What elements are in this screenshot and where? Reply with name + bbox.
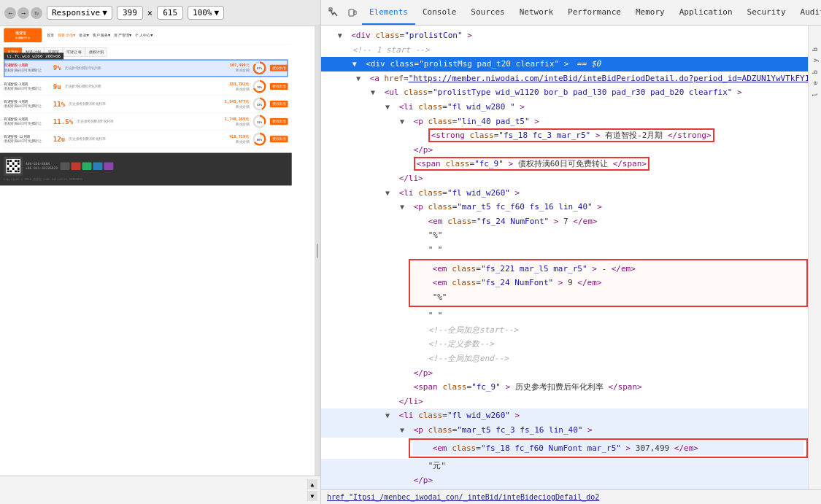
list-item-3[interactable]: 有道智投-4月期债权持满60日可免费转让 11% 历史参考扣费后年化利率 1,5… bbox=[4, 96, 288, 113]
dom-line-li280[interactable]: ▼ <li class="fl wid_w280 " > bbox=[321, 100, 808, 115]
width-input[interactable]: 399 bbox=[117, 6, 143, 20]
scroll-down-btn[interactable]: ▼ bbox=[307, 491, 317, 501]
dom-line-close-li2[interactable]: </li> bbox=[321, 395, 808, 409]
tab-network[interactable]: Network bbox=[512, 0, 560, 25]
tab-application[interactable]: Application bbox=[672, 0, 740, 25]
right-label-b[interactable]: b bbox=[812, 47, 819, 51]
triangle-span1-icon[interactable]: ▶ bbox=[400, 158, 409, 170]
dom-line-close-p3[interactable]: </p> bbox=[321, 473, 808, 488]
invest-btn-5[interactable]: 授权出借 bbox=[270, 136, 288, 142]
tab-memory[interactable]: Memory bbox=[628, 0, 672, 25]
dom-line-percent1[interactable]: "%" bbox=[321, 228, 808, 243]
dom-line-em307499[interactable]: ▶ <em class="fs_18 fc_f60 NumFont mar_r5… bbox=[413, 441, 803, 456]
list-item-4[interactable]: 有道智投-6月期债权持满60日可免费转让 11.5% 历史参考扣费后年化利率 1… bbox=[4, 113, 288, 131]
dom-line-anchor[interactable]: ▼ <a href="https://member.niwodai.com/in… bbox=[321, 71, 808, 86]
nav-profile[interactable]: 个人中心▼ bbox=[135, 33, 153, 38]
resize-handle[interactable] bbox=[315, 26, 320, 476]
list-item-5[interactable]: 有道智投-12月期债权持满60日可免费转让 12u 历史参考扣费后年化利率 41… bbox=[4, 131, 288, 148]
devtools-tabs-bar: Elements Console Sources Network Perform… bbox=[321, 0, 821, 26]
tab-transfer[interactable]: 可转让标 bbox=[63, 47, 85, 56]
dom-line-yuan[interactable]: "元" bbox=[321, 459, 808, 473]
list-item-1[interactable]: 有道智投-2月期债权持满60日可免费转让 9% 历史参考扣费后年化利率 307,… bbox=[4, 60, 288, 77]
dom-line-space2[interactable]: " " bbox=[321, 309, 808, 323]
dom-line-space1[interactable]: " " bbox=[321, 243, 808, 257]
triangle-em7-icon[interactable]: ▶ bbox=[415, 216, 423, 228]
nav-assets[interactable]: 资产管理▼ bbox=[114, 33, 131, 38]
list-item-2[interactable]: 有道智投-3月期债权持满60日可免费转让 9u 历史参考扣费后年化利率 333,… bbox=[4, 78, 288, 96]
triangle-li280-icon[interactable]: ▼ bbox=[385, 101, 394, 113]
zoom-selector[interactable]: 100% ▼ bbox=[188, 6, 224, 20]
triangle-li260-icon[interactable]: ▼ bbox=[385, 187, 394, 199]
nav-home[interactable]: 首页 bbox=[47, 33, 54, 38]
tab-security[interactable]: Security bbox=[740, 0, 793, 25]
refresh-icon[interactable]: ↻ bbox=[31, 7, 42, 19]
invest-btn-1[interactable]: 授权出借 bbox=[270, 65, 288, 71]
tab-sources[interactable]: Sources bbox=[463, 0, 512, 25]
forward-icon[interactable]: → bbox=[18, 7, 29, 19]
triangle-icon[interactable]: ▼ bbox=[338, 30, 347, 42]
dom-line-close-li1[interactable]: </li> bbox=[321, 171, 808, 186]
triangle-anchor-icon[interactable]: ▼ bbox=[356, 73, 365, 85]
triangle-span-history-icon[interactable]: ▶ bbox=[400, 381, 409, 393]
tab-performance[interactable]: Performance bbox=[560, 0, 628, 25]
dom-line-comment-global-end[interactable]: <!--全局加息end--> bbox=[321, 352, 808, 366]
dom-line-ul[interactable]: ▼ <ul class="prolistType wid_w1120 bor_b… bbox=[321, 85, 808, 100]
dom-line-li260-1[interactable]: ▼ <li class="fl wid_w260" > bbox=[321, 186, 808, 201]
triangle-p-fc3-icon[interactable]: ▼ bbox=[400, 424, 409, 436]
inspect-icon[interactable] bbox=[324, 7, 343, 18]
dom-line-strong[interactable]: ▶ <strong class="fs_18 fc_3 mar_r5" > 有道… bbox=[321, 128, 808, 143]
dom-line-li260-2[interactable]: ▼ <li class="fl wid_w260" > bbox=[321, 408, 808, 423]
invest-btn-4[interactable]: 授权出借 bbox=[270, 118, 288, 125]
dom-line-em-dash[interactable]: ▶ <em class="fs_221 mar_l5 mar_r5" > - <… bbox=[413, 262, 803, 276]
triangle-em307-icon[interactable]: ▶ bbox=[419, 443, 428, 454]
href-link[interactable]: "https://member.niwodai.com/inteBid/inte… bbox=[409, 74, 808, 83]
dom-line-em7[interactable]: ▶ <em class="fs_24 NumFont" > 7 </em> bbox=[321, 214, 808, 229]
dom-line-span-fc9-1[interactable]: ▶ <span class="fc_9" > 债权持满60日可免费转让 </sp… bbox=[321, 157, 808, 171]
right-label-e[interactable]: e bbox=[812, 81, 819, 85]
triangle-li260-2-icon[interactable]: ▼ bbox=[385, 410, 394, 422]
responsive-selector[interactable]: Responsive ▼ bbox=[47, 6, 112, 20]
nav-lend[interactable]: 我要出借▼ bbox=[58, 33, 75, 38]
dom-line-prolistmsg[interactable]: ▼ <div class="prolistMsg pad_t20 clearfi… bbox=[321, 57, 808, 71]
triangle-p-icon[interactable]: ▼ bbox=[400, 116, 409, 128]
item-rate-desc-1: 历史参考扣费后年化利率 bbox=[63, 66, 228, 71]
em-307499-highlight-box: ▶ <em class="fs_18 fc_f60 NumFont mar_r5… bbox=[409, 438, 808, 459]
triangle-em-dash-icon[interactable]: ▶ bbox=[419, 263, 428, 275]
nav-borrow[interactable]: 借款▼ bbox=[79, 33, 89, 38]
dom-line-comment1[interactable]: <!-- 1 start --> bbox=[321, 43, 808, 58]
dom-line-close-p2[interactable]: </p> bbox=[321, 366, 808, 381]
dom-line-p-lin40[interactable]: ▼ <p class="lin_40 pad_t5" > bbox=[321, 115, 808, 129]
device-toggle-icon[interactable] bbox=[343, 7, 362, 18]
dom-line-percent2[interactable]: "%" bbox=[413, 290, 803, 305]
invest-btn-2[interactable]: 授权出借 bbox=[270, 83, 288, 90]
item-rate-desc-2: 历史参考扣费后年化利率 bbox=[63, 84, 227, 89]
back-icon[interactable]: ← bbox=[4, 7, 16, 19]
invest-btn-3[interactable]: 授权出借 bbox=[270, 101, 288, 107]
triangle-ul-icon[interactable]: ▼ bbox=[371, 87, 379, 98]
dom-line-em9[interactable]: ▶ <em class="fs_24 NumFont" > 9 </em> bbox=[413, 276, 803, 290]
tab-audits[interactable]: Audits bbox=[793, 0, 821, 25]
dom-line-span-history[interactable]: ▶ <span class="fc_9" > 历史参考扣费后年化利率 </spa… bbox=[321, 380, 808, 395]
tab-debt[interactable]: 债权计划 bbox=[85, 47, 107, 56]
dom-line-p-fc3[interactable]: ▼ <p class="mar_t5 fc_3 fs_16 lin_40" > bbox=[321, 423, 808, 438]
strong-highlight: <strong class="fs_18 fc_3 mar_r5" > 有道智投… bbox=[428, 128, 714, 142]
tab-elements[interactable]: Elements bbox=[362, 0, 415, 25]
dom-tree[interactable]: ▼ <div class="prolistCon" > <!-- 1 start… bbox=[321, 26, 808, 489]
dom-line-comment-global-start[interactable]: <!--全局加息start--> bbox=[321, 323, 808, 338]
dom-line-prolistcon[interactable]: ▼ <div class="prolistCon" > bbox=[321, 28, 808, 43]
triangle-em9-icon[interactable]: ▶ bbox=[419, 277, 428, 289]
site-footer: 400-630-8888+86 021-33226823 Copyright ©… bbox=[0, 153, 292, 186]
dom-line-close-p1[interactable]: </p> bbox=[321, 143, 808, 158]
triangle-selected-icon[interactable]: ▼ bbox=[352, 58, 361, 70]
triangle-strong-icon[interactable]: ▶ bbox=[415, 130, 423, 141]
scroll-up-btn[interactable]: ▲ bbox=[307, 479, 317, 489]
right-label-l[interactable]: l bbox=[812, 93, 819, 96]
height-input[interactable]: 615 bbox=[157, 6, 183, 20]
right-label-y[interactable]: y bbox=[812, 58, 819, 62]
triangle-p2-icon[interactable]: ▼ bbox=[400, 201, 409, 213]
dom-line-comment-param[interactable]: <!--定义参数--> bbox=[321, 337, 808, 352]
nav-service[interactable]: 客户服务▼ bbox=[93, 33, 110, 38]
tab-console[interactable]: Console bbox=[415, 0, 463, 25]
dom-line-p-mart5[interactable]: ▼ <p class="mar_t5 fc_f60 fs_16 lin_40" … bbox=[321, 200, 808, 214]
right-label-b2[interactable]: b bbox=[812, 70, 819, 74]
